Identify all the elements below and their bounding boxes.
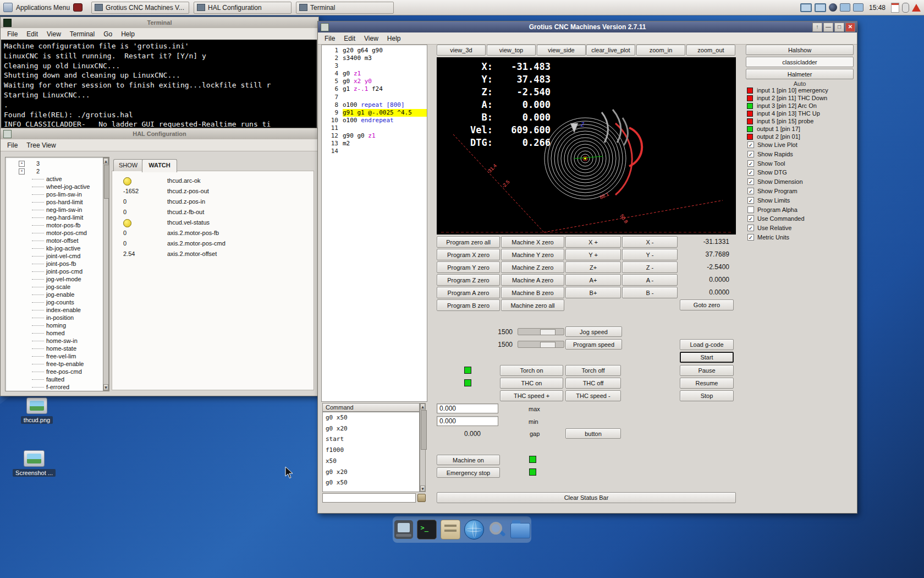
tree-item[interactable]: jog-counts [6,298,102,306]
cnc-titlebar[interactable]: Grotius CNC Machines Version 2.7.11 ↑ — … [318,21,857,32]
gcode-line[interactable]: 12g90 g0 z1 [322,132,427,140]
menu-file[interactable]: File [320,34,339,43]
command-scrollbar[interactable]: ▲ ▼ [420,403,426,492]
toolbar-view-side-button[interactable]: view_side [537,45,586,56]
slider-thumb[interactable] [540,342,556,348]
watch-row[interactable]: 0axis.2.motor-pos-cmd [112,238,314,249]
torch-off-button[interactable]: Torch off [565,365,621,376]
watch-row[interactable]: thcud.arc-ok [112,176,314,186]
thc-on-button[interactable]: THC on [500,378,563,389]
b-button[interactable]: B - [622,287,678,298]
tree-item[interactable]: motor-offset [6,237,102,244]
shade-icon[interactable]: ↑ [812,23,822,32]
menu-help[interactable]: Help [117,29,139,39]
gcode-listing[interactable]: 1g20 g64 g902s3400 m334g0 z15g0 x2 y06g1… [321,45,427,402]
watch-row[interactable]: 2.54axis.2.motor-offset [112,249,314,259]
tree-item[interactable]: home-sw-in [6,337,102,345]
tab-show[interactable]: SHOW [113,159,143,171]
watch-row[interactable]: thcud.vel-status [112,217,314,228]
maximize-icon[interactable]: □ [834,23,844,32]
checkbox-show-dimension[interactable]: ✓ [747,178,754,185]
checkbox-use-relative[interactable]: ✓ [747,225,754,231]
x-button[interactable]: X + [565,236,621,248]
menu-file[interactable]: File [3,29,22,39]
scroll-up-icon[interactable]: ▲ [103,158,108,164]
browser-icon[interactable] [464,520,484,539]
hal-pin-tree[interactable]: +3+2activewheel-jog-activepos-lim-sw-inp… [5,157,109,391]
checkbox-show-dtg[interactable]: ✓ [747,169,754,176]
tree-item[interactable]: neg-lim-sw-in [6,206,102,214]
resume-button[interactable]: Resume [680,378,734,389]
load-g-code-button[interactable]: Load g-code [680,339,734,350]
scroll-down-icon[interactable]: ▼ [103,384,108,390]
desktop-icon[interactable]: thcud.png [9,397,64,424]
close-icon[interactable]: ✕ [845,23,855,32]
program-zero-all-button[interactable]: Program zero all [437,236,500,248]
tree-item[interactable]: motor-pos-cmd [6,229,102,237]
archive-icon[interactable] [441,520,460,539]
a-button[interactable]: A - [622,274,678,286]
menu-go[interactable]: Go [99,29,117,39]
machine-z-zero-button[interactable]: Machine Z zero [501,261,564,273]
z-button[interactable]: Z - [622,261,678,273]
command-history-item[interactable]: g0 x20 [323,423,419,434]
alert-icon[interactable] [912,4,921,12]
tree-item[interactable]: f-errored [6,383,102,391]
machine-a-zero-button[interactable]: Machine A zero [501,274,564,286]
tree-item[interactable]: homed [6,329,102,337]
tree-item[interactable]: pos-hard-limit [6,198,102,206]
thc-speed-button[interactable]: THC speed - [565,390,621,401]
menu-help[interactable]: Help [383,34,405,43]
taskbar-window-button[interactable]: HAL Configuration [194,2,292,14]
gcode-line[interactable]: 5g0 x2 y0 [322,78,427,85]
checkbox-show-live-plot[interactable]: ✓ [747,141,754,148]
toolbar-zoom-out-button[interactable]: zoom_out [686,45,735,56]
camera-icon[interactable] [73,3,82,12]
gcode-line[interactable]: 2s3400 m3 [322,54,427,62]
menu-edit[interactable]: Edit [22,29,42,39]
watch-row[interactable]: 0axis.2.motor-pos-fb [112,228,314,238]
x-button[interactable]: X - [622,236,678,248]
desktop-icon[interactable]: Screenshot ... [7,450,62,477]
monitor-icon[interactable] [800,3,812,12]
watch-row[interactable]: 0thcud.z-fb-out [112,207,314,217]
tree-item[interactable]: motor-pos-fb [6,221,102,229]
command-history[interactable]: g0 x50g0 x20startf1000x50g0 x20g0 x50 [322,412,420,492]
start-button[interactable]: Start [680,352,734,363]
checkbox-program-alpha[interactable] [747,206,754,213]
menu-file[interactable]: File [3,140,22,150]
terminal-titlebar[interactable]: Terminal [1,17,318,28]
tree-item[interactable]: joint-pos-cmd [6,268,102,275]
tree-item[interactable]: kb-jog-active [6,244,102,252]
max-field[interactable]: 0.000 [437,403,498,413]
menu-terminal[interactable]: Terminal [65,29,99,39]
gcode-line[interactable]: 14 [322,148,427,155]
clear-command-icon[interactable] [417,494,426,502]
mouse-icon[interactable] [902,3,909,13]
program-speed-slider[interactable] [518,341,564,348]
tree-item[interactable]: homing [6,321,102,329]
machine-y-zero-button[interactable]: Machine Y zero [501,249,564,260]
min-field[interactable]: 0.000 [437,416,498,426]
tree-node[interactable]: +2 [6,167,102,175]
tree-item[interactable]: free-vel-lim [6,352,102,360]
gcode-line[interactable]: 3 [322,62,427,70]
search-icon[interactable] [488,520,507,539]
halmeter-button[interactable]: Halmeter [746,69,854,79]
thc-speed-button[interactable]: THC speed + [500,390,563,401]
slider-thumb[interactable] [540,329,556,335]
monitor-icon[interactable] [815,3,826,12]
tree-item[interactable]: joint-vel-cmd [6,252,102,260]
command-history-item[interactable]: start [323,434,419,445]
folder-tray-icon[interactable] [853,3,864,12]
program-a-zero-button[interactable]: Program A zero [437,287,500,298]
checkbox-show-rapids[interactable]: ✓ [747,151,754,157]
watch-row[interactable]: -1652thcud.z-pos-out [112,186,314,197]
laptop-icon[interactable] [394,520,413,539]
applications-menu[interactable]: Applications Menu [16,4,70,12]
expander-icon[interactable]: + [19,161,25,167]
gcode-line[interactable]: 6g1 z-.1 f24 [322,85,427,93]
checkbox-show-limits[interactable]: ✓ [747,197,754,204]
gcode-line[interactable]: 11 [322,124,427,132]
command-history-item[interactable]: g0 x50 [323,477,419,488]
